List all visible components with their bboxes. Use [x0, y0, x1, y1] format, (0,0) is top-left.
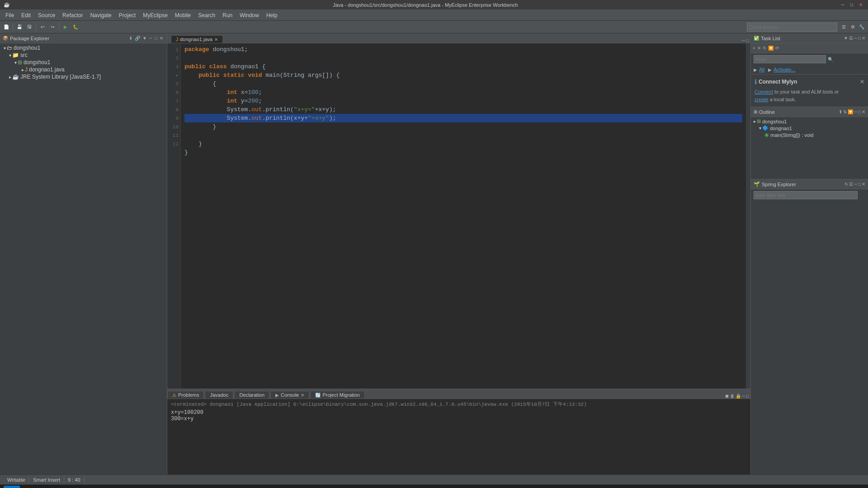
- menu-refactor[interactable]: Refactor: [59, 11, 86, 19]
- quick-access-input[interactable]: [747, 23, 837, 32]
- tasklist-maximize-icon[interactable]: □: [858, 36, 861, 41]
- menu-myeclipse[interactable]: MyEclipse: [139, 11, 171, 19]
- new-button[interactable]: 📄: [2, 23, 11, 32]
- filter-tasks-icon[interactable]: 🔽: [768, 46, 774, 51]
- menu-search[interactable]: Search: [194, 11, 219, 19]
- outline-item-main[interactable]: ◉ main(String[]) : void: [753, 131, 866, 138]
- menu-edit[interactable]: Edit: [18, 11, 34, 19]
- outline-minimize-icon[interactable]: ─: [854, 109, 857, 114]
- connect-mylyn-close[interactable]: ✕: [860, 79, 864, 85]
- delete-task-icon[interactable]: ✕: [757, 46, 761, 51]
- tree-item-java[interactable]: ▸ J dongnao1.java: [0, 66, 167, 73]
- start-button[interactable]: ⊞: [4, 486, 20, 488]
- taskbar-wps-icon[interactable]: 📋: [81, 487, 96, 488]
- tree-item-dongshou1[interactable]: ▾ 🗁 dongshou1: [0, 44, 167, 52]
- spring-refresh-icon[interactable]: ↻: [844, 182, 848, 187]
- minimize-panel-icon[interactable]: ─: [148, 36, 153, 41]
- outline-maximize-icon[interactable]: □: [858, 109, 861, 114]
- declaration-tab-label: Declaration: [239, 392, 264, 398]
- find-input[interactable]: [754, 55, 826, 63]
- tab-problems[interactable]: ⚠ Problems: [167, 391, 204, 399]
- close-panel-icon[interactable]: ✕: [159, 36, 164, 41]
- tasklist-menu-icon[interactable]: ☰: [849, 36, 853, 41]
- refresh-tasks-icon[interactable]: ↻: [763, 46, 766, 51]
- tab-declaration[interactable]: Declaration: [234, 391, 269, 399]
- spring-minimize-icon[interactable]: ─: [854, 182, 857, 187]
- stop-icon[interactable]: ⏹: [725, 394, 729, 399]
- tasklist-collapse-icon[interactable]: ▼: [844, 36, 848, 41]
- connect-link[interactable]: Connect: [755, 89, 773, 94]
- spring-close-icon[interactable]: ✕: [862, 182, 865, 187]
- view-menu-icon[interactable]: ▼: [142, 36, 148, 41]
- toolbar-settings-btn[interactable]: ⚙: [848, 23, 857, 32]
- debug-button[interactable]: 🐛: [71, 23, 80, 32]
- spring-menu-icon[interactable]: ☰: [849, 182, 853, 187]
- all-link[interactable]: All: [759, 67, 764, 72]
- tab-javadoc[interactable]: Javadoc: [205, 391, 233, 399]
- code-content[interactable]: package dongshou1; public class dongnao1…: [181, 43, 746, 389]
- task-list-panel: ✅ Task List ▼ ☰ ─ □ ✕ + ✕ ↻ 🔽 ⟳ 🔍: [751, 33, 868, 75]
- console-tab-close[interactable]: ✕: [301, 393, 304, 398]
- taskbar-eclipse-icon[interactable]: ☁: [38, 487, 52, 488]
- outline-item-dongshou1[interactable]: ▸ ⊞ dongshou1: [753, 118, 866, 125]
- menu-file[interactable]: File: [2, 11, 18, 19]
- link-editor-icon[interactable]: 🔗: [134, 36, 141, 41]
- console-minimize-icon[interactable]: ─: [742, 394, 745, 399]
- code-editor[interactable]: 1 2 3 ▸ 5 6 7 8 9 10 11 12 package d: [167, 43, 750, 389]
- spring-maximize-icon[interactable]: □: [858, 182, 861, 187]
- tab-console[interactable]: ▶ Console ✕: [270, 391, 309, 399]
- taskbar-git-icon[interactable]: ✒: [52, 487, 67, 488]
- outline-filter-icon[interactable]: 🔽: [848, 109, 853, 114]
- outline-collapse-icon[interactable]: ⬆: [839, 109, 842, 114]
- outline-item-dongnao1[interactable]: ▾ 🔷 dongnao1: [753, 125, 866, 131]
- toolbar-menu-btn[interactable]: ☰: [839, 23, 848, 32]
- editor-tab-close[interactable]: ✕: [214, 37, 218, 42]
- undo-button[interactable]: ↩: [38, 23, 47, 32]
- outline-method-icon: ◉: [764, 132, 769, 138]
- clear-icon[interactable]: 🗑: [730, 394, 735, 399]
- menu-project[interactable]: Project: [115, 11, 139, 19]
- sync-tasks-icon[interactable]: ⟳: [775, 46, 779, 51]
- close-button[interactable]: ✕: [857, 1, 864, 9]
- editor-tab-dongnao1[interactable]: J dongnao1.java ✕: [171, 35, 223, 43]
- menu-mobile[interactable]: Mobile: [171, 11, 194, 19]
- collapse-all-icon[interactable]: ⬇: [128, 36, 133, 41]
- tree-item-package[interactable]: ▾ ⊞ dongshou1: [0, 59, 167, 66]
- menu-help[interactable]: Help: [263, 11, 281, 19]
- taskbar-browser-icon[interactable]: 🌐: [24, 487, 38, 488]
- menu-source[interactable]: Source: [34, 11, 59, 19]
- save-button[interactable]: 💾: [15, 23, 24, 32]
- menu-window[interactable]: Window: [236, 11, 263, 19]
- editor-maximize-icon[interactable]: □: [746, 38, 749, 43]
- vertical-scrollbar[interactable]: [746, 43, 750, 389]
- toolbar-extra-btn[interactable]: 🔧: [857, 23, 866, 32]
- outline-close-icon[interactable]: ✕: [862, 109, 865, 114]
- menu-navigate[interactable]: Navigate: [86, 11, 115, 19]
- minimize-button[interactable]: ─: [839, 1, 846, 9]
- tab-project-migration[interactable]: 🔄 Project Migration: [310, 391, 365, 399]
- kw-public-1: public: [184, 63, 206, 70]
- create-link[interactable]: create: [755, 97, 769, 102]
- tree-item-jre[interactable]: ▸ ☕ JRE System Library [JavaSE-1.7]: [0, 73, 167, 80]
- new-task-icon[interactable]: +: [753, 46, 755, 51]
- editor-minimize-icon[interactable]: ─: [742, 38, 745, 43]
- outline-sort-icon[interactable]: ⇅: [843, 109, 847, 114]
- spring-filter-input[interactable]: [754, 191, 858, 199]
- redo-button[interactable]: ↪: [48, 23, 57, 32]
- taskbar-folder-icon[interactable]: 📁: [67, 487, 81, 488]
- tasklist-minimize-icon[interactable]: ─: [854, 36, 857, 41]
- scroll-lock-icon[interactable]: 🔒: [736, 394, 741, 399]
- maximize-panel-icon[interactable]: □: [154, 36, 158, 41]
- tree-item-src[interactable]: ▾ 📁 src: [0, 52, 167, 59]
- gutter-9: 9: [167, 114, 180, 122]
- save-all-button[interactable]: 🖫: [25, 23, 34, 32]
- console-terminated-line: <terminated> dongnao1 [Java Application]…: [171, 401, 747, 408]
- find-search-icon[interactable]: 🔍: [828, 57, 833, 62]
- taskbar-extra-icon[interactable]: ✦: [96, 487, 110, 488]
- tasklist-close-icon[interactable]: ✕: [862, 36, 865, 41]
- console-maximize-icon[interactable]: □: [746, 394, 749, 399]
- maximize-button[interactable]: □: [848, 1, 855, 9]
- menu-run[interactable]: Run: [219, 11, 236, 19]
- activate-link[interactable]: Activate...: [774, 67, 795, 72]
- run-button[interactable]: ▶: [61, 23, 70, 32]
